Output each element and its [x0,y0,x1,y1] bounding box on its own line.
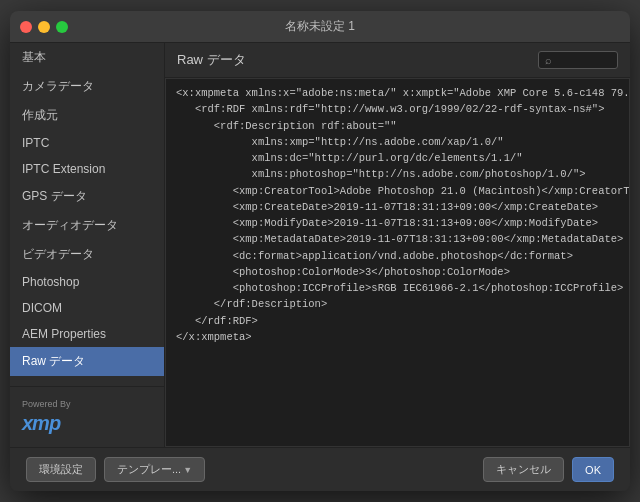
search-icon: ⌕ [545,54,552,66]
sidebar-item-camera[interactable]: カメラデータ [10,72,164,101]
cancel-button[interactable]: キャンセル [483,457,564,482]
window-title: 名称未設定 1 [285,18,355,35]
template-button[interactable]: テンプレー... ▼ [104,457,205,482]
search-input[interactable] [555,54,611,66]
sidebar-item-basic[interactable]: 基本 [10,43,164,72]
sidebar-footer: Powered By xmp [10,386,164,447]
sidebar-item-photoshop[interactable]: Photoshop [10,269,164,295]
template-label: テンプレー... [117,462,181,477]
preferences-button[interactable]: 環境設定 [26,457,96,482]
powered-by-label: Powered By [22,399,152,409]
footer-right: キャンセル OK [483,457,614,482]
sidebar-item-audio[interactable]: オーディオデータ [10,211,164,240]
sidebar-item-iptc[interactable]: IPTC [10,130,164,156]
footer: 環境設定 テンプレー... ▼ キャンセル OK [10,447,630,491]
sidebar-item-creation[interactable]: 作成元 [10,101,164,130]
main-panel: Raw データ ⌕ <x:xmpmeta xmlns:x="adobe:ns:m… [165,43,630,447]
minimize-button[interactable] [38,21,50,33]
main-header: Raw データ ⌕ [165,43,630,78]
maximize-button[interactable] [56,21,68,33]
window-controls [20,21,68,33]
sidebar: 基本 カメラデータ 作成元 IPTC IPTC Extension GPS デー… [10,43,165,447]
sidebar-item-video[interactable]: ビデオデータ [10,240,164,269]
xml-viewer[interactable]: <x:xmpmeta xmlns:x="adobe:ns:meta/" x:xm… [165,78,630,447]
titlebar: 名称未設定 1 [10,11,630,43]
panel-title: Raw データ [177,51,246,69]
search-box[interactable]: ⌕ [538,51,618,69]
ok-button[interactable]: OK [572,457,614,482]
sidebar-item-iptc-ext[interactable]: IPTC Extension [10,156,164,182]
xmp-logo: xmp [22,412,152,435]
main-window: 名称未設定 1 基本 カメラデータ 作成元 IPTC IPTC Extensio… [10,11,630,491]
footer-left: 環境設定 テンプレー... ▼ [26,457,205,482]
sidebar-item-dicom[interactable]: DICOM [10,295,164,321]
close-button[interactable] [20,21,32,33]
chevron-down-icon: ▼ [183,465,192,475]
sidebar-item-aem[interactable]: AEM Properties [10,321,164,347]
content-area: 基本 カメラデータ 作成元 IPTC IPTC Extension GPS デー… [10,43,630,447]
sidebar-item-raw[interactable]: Raw データ [10,347,164,376]
sidebar-item-gps[interactable]: GPS データ [10,182,164,211]
